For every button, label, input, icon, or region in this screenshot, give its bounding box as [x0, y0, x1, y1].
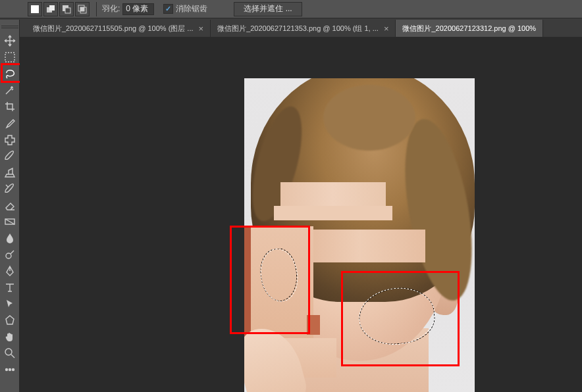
- feather-input[interactable]: 0 像素: [122, 3, 154, 15]
- gradient-tool[interactable]: [1, 214, 18, 230]
- selection-intersect-button[interactable]: [75, 2, 90, 16]
- svg-marker-11: [6, 316, 14, 324]
- marquee-tool[interactable]: [1, 49, 18, 65]
- canvas-area[interactable]: [20, 37, 582, 392]
- selection-subtract-button[interactable]: [59, 2, 74, 16]
- tab-label: 微信图片_20200627121353.png @ 100% (组 1, ...: [217, 24, 379, 34]
- document-tab-1[interactable]: 微信图片_20200627115505.png @ 100% (图层 ... ×: [26, 20, 211, 37]
- tool-preset-dropdown[interactable]: [4, 2, 24, 16]
- svg-point-15: [12, 369, 14, 371]
- move-tool[interactable]: [1, 33, 18, 49]
- eyedropper-tool[interactable]: [1, 115, 18, 131]
- selection-new-button[interactable]: [28, 2, 42, 16]
- svg-rect-7: [80, 7, 84, 11]
- options-bar: 羽化: 0 像素 ✓ 消除锯齿 选择并遮住 ...: [0, 0, 582, 18]
- tools-panel: [0, 20, 20, 392]
- hand-tool[interactable]: [1, 329, 18, 345]
- more-tools[interactable]: [1, 362, 18, 378]
- document-tab-2[interactable]: 微信图片_20200627121353.png @ 100% (组 1, ...…: [211, 20, 396, 37]
- spot-heal-tool[interactable]: [1, 132, 18, 147]
- zoom-tool[interactable]: [1, 345, 18, 361]
- toolbar-grip[interactable]: [1, 24, 18, 30]
- eraser-tool[interactable]: [1, 197, 18, 213]
- type-tool[interactable]: [1, 280, 18, 295]
- dodge-tool[interactable]: [1, 247, 18, 262]
- lasso-tool[interactable]: [1, 66, 18, 82]
- svg-rect-2: [49, 5, 55, 11]
- svg-rect-0: [31, 5, 39, 13]
- blur-tool[interactable]: [1, 230, 18, 246]
- document-image: [244, 78, 475, 392]
- tab-label: 微信图片_20200627115505.png @ 100% (图层 ...: [33, 24, 194, 34]
- svg-point-13: [5, 369, 7, 371]
- crop-tool[interactable]: [1, 99, 18, 114]
- feather-label: 羽化:: [102, 3, 120, 14]
- history-brush-tool[interactable]: [1, 181, 18, 197]
- selection-add-button[interactable]: [43, 2, 58, 16]
- clone-stamp-tool[interactable]: [1, 164, 18, 180]
- anti-alias-label: 消除锯齿: [176, 3, 207, 14]
- pen-tool[interactable]: [1, 263, 18, 279]
- path-select-tool[interactable]: [1, 296, 18, 312]
- close-icon[interactable]: ×: [384, 24, 389, 34]
- shape-tool[interactable]: [1, 312, 18, 328]
- tab-label: 微信图片_20200627123312.png @ 100%: [402, 24, 536, 34]
- svg-point-10: [6, 253, 11, 258]
- document-tab-3[interactable]: 微信图片_20200627123312.png @ 100%: [396, 20, 543, 37]
- svg-point-12: [5, 349, 12, 355]
- svg-point-14: [9, 369, 11, 371]
- select-and-mask-button[interactable]: 选择并遮住 ...: [234, 2, 302, 16]
- brush-tool[interactable]: [1, 148, 18, 164]
- close-icon[interactable]: ×: [199, 24, 204, 34]
- separator: [96, 2, 97, 16]
- svg-rect-4: [65, 8, 70, 13]
- select-and-mask-label: 选择并遮住 ...: [244, 3, 292, 14]
- document-tab-bar: 微信图片_20200627115505.png @ 100% (图层 ... ×…: [0, 18, 582, 37]
- svg-rect-8: [5, 53, 14, 62]
- anti-alias-checkbox[interactable]: ✓: [163, 4, 173, 14]
- magic-wand-tool[interactable]: [1, 82, 18, 98]
